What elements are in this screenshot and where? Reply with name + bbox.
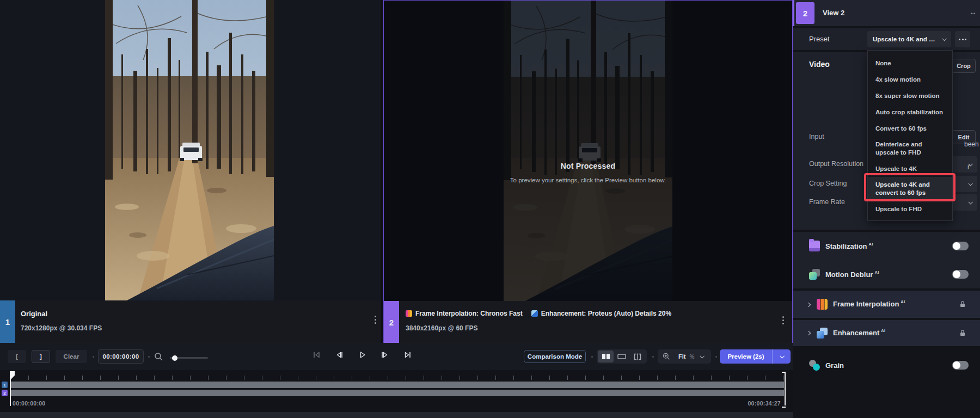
- grain-section: Grain: [793, 352, 980, 379]
- set-in-point-button[interactable]: [: [8, 350, 26, 363]
- preset-dropdown[interactable]: Upscale to 4K and …: [867, 31, 951, 47]
- timeline-track1-badge: 1: [2, 382, 8, 388]
- preset-menu: None 4x slow motion 8x super slow motion…: [867, 50, 953, 221]
- chevron-down-icon: [968, 200, 972, 204]
- frame-rate-label: Frame Rate: [809, 198, 845, 206]
- enhancement-label: Enhancement: [833, 329, 879, 337]
- video-stage-original[interactable]: [0, 0, 381, 300]
- video-section-title: Video: [809, 60, 830, 69]
- preset-menu-item-highlighted[interactable]: Upscale to 4K and convert to 60 fps: [868, 177, 952, 201]
- set-out-point-button[interactable]: ]: [32, 350, 50, 363]
- ai-superscript: AI: [874, 270, 879, 275]
- collapse-panel-icon[interactable]: ↔: [969, 8, 977, 16]
- skip-to-end-icon[interactable]: [403, 350, 413, 360]
- preset-more-button[interactable]: [955, 31, 970, 47]
- timeline-scrollbar[interactable]: [0, 412, 793, 418]
- timeline-start-timecode: 00:00:00:00: [13, 400, 46, 407]
- clear-trim-button[interactable]: Clear: [56, 350, 87, 363]
- view-1-badge[interactable]: 1: [0, 300, 15, 343]
- zoom-search-icon[interactable]: [154, 352, 163, 361]
- playback-controls: [311, 350, 413, 360]
- zoom-slider[interactable]: [170, 357, 208, 359]
- fit-unit: %: [689, 354, 694, 360]
- original-menu-kebab-icon[interactable]: [371, 316, 379, 327]
- zoom-in-icon: [663, 353, 670, 360]
- motion-deblur-toggle[interactable]: [952, 270, 969, 279]
- separator-dot: [715, 356, 717, 358]
- motion-deblur-icon: [809, 269, 820, 280]
- timeline[interactable]: 1 2 00:00:00:00 00:00:34:27: [0, 370, 793, 418]
- grain-toggle[interactable]: [952, 361, 969, 370]
- stabilization-toggle[interactable]: [952, 242, 969, 250]
- preset-menu-item[interactable]: Auto crop stabilization: [868, 104, 952, 120]
- stabilization-folder-icon: [809, 241, 820, 251]
- timeline-out-bracket[interactable]: [782, 372, 786, 405]
- motion-deblur-row[interactable]: Motion DeblurAI: [793, 260, 980, 288]
- timeline-track-2[interactable]: [10, 390, 784, 396]
- separator-dot: [652, 356, 654, 358]
- step-forward-icon[interactable]: [380, 350, 390, 360]
- panel-preview: Not Processed To preview your settings, …: [383, 0, 793, 343]
- not-processed-dim-overlay: [384, 1, 792, 301]
- preset-menu-item[interactable]: 4x slow motion: [868, 71, 952, 88]
- chevron-right-icon[interactable]: [806, 331, 811, 335]
- single-view-icon[interactable]: [614, 351, 629, 362]
- ai-superscript: AI: [881, 328, 885, 333]
- hidden-text-fragment: r: [967, 163, 970, 171]
- not-processed-subtitle: To preview your settings, click the Prev…: [384, 177, 792, 183]
- preset-menu-item[interactable]: Deinterlace and upscale to FHD: [868, 137, 952, 161]
- frame-interpolation-label: Frame Interpolation: [833, 300, 899, 308]
- chevron-down-icon: [942, 36, 946, 41]
- preset-label: Preset: [809, 35, 830, 43]
- timeline-track-1[interactable]: [10, 382, 784, 388]
- hidden-text-fragment: been: [964, 140, 979, 148]
- preset-menu-item[interactable]: None: [868, 55, 952, 71]
- fit-value: Fit: [678, 353, 685, 360]
- preset-menu-item[interactable]: Upscale to FHD: [868, 201, 952, 217]
- input-label: Input: [809, 133, 824, 140]
- preset-menu-item[interactable]: 8x super slow motion: [868, 88, 952, 104]
- preset-menu-item[interactable]: Convert to 60 fps: [868, 120, 952, 137]
- separator-dot: [591, 356, 593, 358]
- frame-interpolation-section[interactable]: Frame InterpolationAI: [793, 291, 980, 318]
- crop-button[interactable]: Crop: [952, 59, 976, 73]
- frame-interpolation-summary: Frame Interpolation: Chronos Fast: [415, 310, 523, 317]
- stabilization-row[interactable]: StabilizationAI: [793, 232, 980, 260]
- motion-deblur-label: Motion Deblur: [825, 271, 873, 279]
- comparison-mode-button[interactable]: Comparison Mode: [524, 350, 586, 363]
- view-2-badge[interactable]: 2: [384, 301, 399, 343]
- current-timecode-field[interactable]: 00:00:00:00: [98, 349, 144, 364]
- preset-menu-item[interactable]: Upscale to 4K: [868, 161, 952, 177]
- zoom-fit-dropdown[interactable]: Fit %: [658, 349, 711, 364]
- frame-interpolation-film-icon: [817, 299, 828, 310]
- timeline-ruler: [10, 376, 784, 380]
- side-by-side-view-icon[interactable]: [598, 351, 614, 362]
- output-resolution-label: Output Resolution: [809, 160, 863, 168]
- preview-menu-kebab-icon[interactable]: [779, 316, 787, 327]
- video-ai-app: 1 Original 720x1280px @ 30.034 FPS Not P…: [0, 0, 980, 418]
- preview-split-button: Preview (2s): [720, 349, 791, 364]
- panel-original: 1 Original 720x1280px @ 30.034 FPS: [0, 0, 381, 343]
- play-icon[interactable]: [357, 350, 367, 360]
- grain-label: Grain: [825, 361, 844, 370]
- stabilization-label: Stabilization: [825, 242, 867, 250]
- timeline-end-timecode: 00:00:34:27: [736, 400, 781, 407]
- chevron-down-icon: [700, 354, 705, 358]
- zoom-slider-knob[interactable]: [172, 355, 177, 361]
- enhancement-section[interactable]: EnhancementAI: [793, 320, 980, 346]
- lock-icon: [959, 329, 966, 337]
- preview-options-button[interactable]: [773, 355, 791, 358]
- preview-button[interactable]: Preview (2s): [720, 353, 772, 360]
- skip-to-start-icon[interactable]: [311, 350, 321, 360]
- chevron-right-icon[interactable]: [806, 303, 811, 307]
- lock-icon: [959, 300, 966, 308]
- timeline-playhead[interactable]: [10, 371, 11, 406]
- preset-value: Upscale to 4K and …: [873, 36, 935, 42]
- video-stage-preview[interactable]: Not Processed To preview your settings, …: [384, 1, 792, 301]
- separator-dot: [148, 356, 150, 358]
- preview-meta: 3840x2160px @ 60 FPS: [406, 324, 477, 332]
- step-back-icon[interactable]: [334, 350, 344, 360]
- split-view-icon[interactable]: [630, 351, 646, 362]
- ai-superscript: AI: [901, 299, 905, 304]
- chevron-down-icon: [968, 181, 972, 186]
